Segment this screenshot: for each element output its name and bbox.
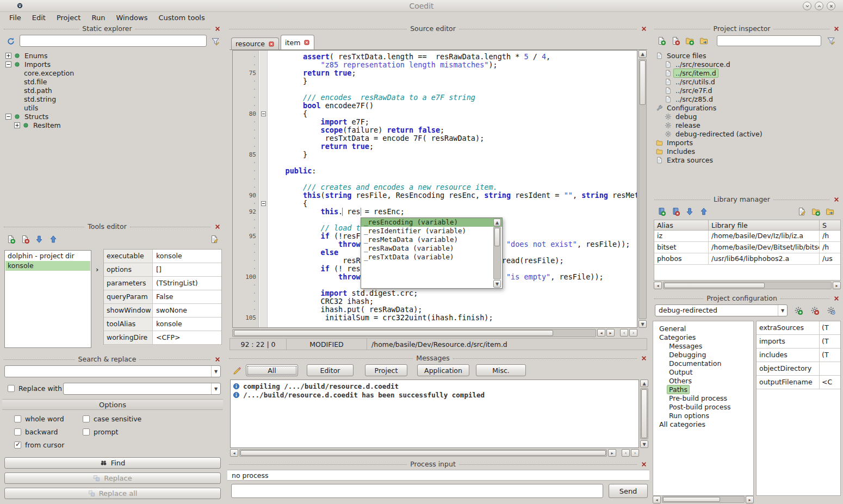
completion-scrollbar[interactable]: ▲ ▼ <box>493 219 501 288</box>
category-item[interactable]: Documentation <box>653 359 753 368</box>
code-text[interactable]: CRC32 ihash; <box>268 297 637 306</box>
close-panel-icon[interactable] <box>214 356 221 363</box>
symbol-item[interactable]: Structs <box>2 112 223 121</box>
scroll-down-icon[interactable]: ▼ <box>639 320 647 328</box>
filter-application[interactable]: Application <box>417 364 469 376</box>
library-row[interactable]: bitset/home/basile/Dev/Bitset/lib/bitse/… <box>654 242 840 253</box>
category-item[interactable]: Debugging <box>653 350 753 359</box>
folder-go-button[interactable] <box>823 205 836 218</box>
library-row[interactable]: phobos/usr/lib64/libphobos2.a/us <box>654 253 840 265</box>
doc-edit-button[interactable] <box>795 205 808 218</box>
project-node-item[interactable]: ../src/resource.d <box>653 60 842 69</box>
symbol-item[interactable]: Imports <box>2 60 223 69</box>
close-window-button[interactable] <box>827 2 835 10</box>
code-text[interactable]: { <box>268 110 637 118</box>
fold-icon[interactable] <box>261 110 266 118</box>
scroll-left-icon[interactable]: ◂ <box>653 496 661 503</box>
property-value[interactable]: (T <box>820 349 840 362</box>
code-text[interactable]: _initialSum = crc322uint(ihash.finish); <box>268 314 637 322</box>
code-text[interactable]: import e7F; <box>268 118 637 126</box>
scroll-right-icon[interactable]: ▸ <box>606 329 615 337</box>
message-row[interactable]: compiling /.../build/resource.d.coedit <box>231 382 639 390</box>
close-panel-icon[interactable] <box>640 354 648 362</box>
close-panel-icon[interactable] <box>214 25 221 33</box>
backward-checkbox[interactable] <box>14 428 21 435</box>
property-value[interactable]: konsole <box>153 250 221 263</box>
doc-add-button[interactable] <box>655 34 668 47</box>
folder-go-button[interactable] <box>697 34 710 47</box>
scroll-up-icon[interactable]: ▲ <box>640 379 648 387</box>
filter-button[interactable] <box>209 35 222 48</box>
project-node-item[interactable]: Source files <box>653 51 842 60</box>
completion-item[interactable]: _resTxtData (variable) <box>361 253 502 262</box>
menu-file[interactable]: File <box>4 13 26 22</box>
scroll-thumb[interactable] <box>663 497 720 502</box>
arrow-down-button[interactable] <box>683 205 696 218</box>
menu-custom-tools[interactable]: Custom tools <box>153 13 209 22</box>
scroll-down-icon[interactable]: ▼ <box>493 280 501 288</box>
symbol-item[interactable]: std.path <box>2 86 223 95</box>
replace-all-button[interactable]: Replace all <box>4 488 221 499</box>
category-item[interactable]: Run options <box>653 411 753 420</box>
code-text[interactable]: _resTxtData = encode_7F(_resRawData); <box>268 134 637 142</box>
doc-edit-button[interactable] <box>208 233 221 246</box>
from-cursor-checkbox[interactable] <box>14 441 21 449</box>
scroll-right-icon[interactable]: ▸ <box>746 496 754 503</box>
code-text[interactable]: public: <box>268 167 637 175</box>
project-node-item[interactable]: Extra sources <box>653 155 842 164</box>
scroll-left-icon[interactable]: ◂ <box>654 282 662 289</box>
code-text[interactable]: } <box>268 151 637 159</box>
expand-icon[interactable] <box>14 122 20 128</box>
filter-misc[interactable]: Misc. <box>476 364 526 376</box>
project-node-item[interactable]: ../src/e7F.d <box>653 86 842 95</box>
column-header[interactable]: Library file <box>709 220 820 230</box>
doc-remove-button[interactable] <box>669 34 682 47</box>
replace-with-checkbox[interactable] <box>8 385 15 392</box>
project-node-item[interactable]: ../src/utils.d <box>653 77 842 86</box>
property-value[interactable] <box>820 362 840 375</box>
completion-item[interactable]: _resRawData (variable) <box>361 244 502 253</box>
code-text[interactable]: "z85 representation length mismatches"); <box>268 61 637 69</box>
property-value[interactable]: (T <box>820 335 840 348</box>
collapse-icon[interactable] <box>5 114 11 120</box>
chevron-down-icon[interactable]: ▼ <box>211 383 220 394</box>
pencil-button[interactable] <box>231 364 244 377</box>
category-item[interactable]: Output <box>653 368 753 376</box>
project-node-item[interactable]: Imports <box>653 138 842 147</box>
property-value[interactable]: [] <box>153 263 221 276</box>
maximize-button[interactable] <box>815 2 823 10</box>
prompt-checkbox[interactable] <box>83 428 90 435</box>
code-text[interactable]: scope(failure) return false; <box>268 126 637 134</box>
symbol-item[interactable]: std.file <box>2 77 223 86</box>
code-text[interactable]: this._res = resEnc; <box>268 208 637 216</box>
arrow-down-button[interactable] <box>33 233 46 246</box>
messages-vertical-scrollbar[interactable]: ▲ ▼ <box>640 379 648 448</box>
config-horizontal-scrollbar[interactable]: ◂ ▸ <box>653 496 754 503</box>
filter-editor[interactable]: Editor <box>307 364 354 376</box>
gear-copy-button[interactable] <box>825 304 838 317</box>
code-text[interactable]: this(string resFile, ResEncoding resEnc,… <box>268 191 637 200</box>
arrow-up-button[interactable] <box>697 205 710 218</box>
scroll-thumb[interactable] <box>234 330 553 336</box>
tab-close-icon[interactable] <box>303 39 310 46</box>
column-header[interactable]: Alias <box>654 220 709 230</box>
fold-icon[interactable] <box>261 200 266 208</box>
scroll-right-icon[interactable]: ▸ <box>833 282 841 289</box>
message-row[interactable]: /.../build/resource.d.coedit has been su… <box>231 390 639 399</box>
folder-add-button[interactable] <box>809 205 822 218</box>
refresh-button[interactable] <box>4 35 17 48</box>
tool-list-item[interactable]: dolphin - project dir <box>5 251 90 261</box>
property-value[interactable]: (T <box>820 321 840 334</box>
arrow-up-button[interactable] <box>47 233 60 246</box>
filter-project[interactable]: Project <box>365 364 407 376</box>
code-text[interactable]: assert(_resTxtData.length == _resRawData… <box>268 53 637 61</box>
next-mark-icon[interactable]: › <box>629 329 637 337</box>
project-node-item[interactable]: debug-redirected (active) <box>653 129 842 138</box>
filter-all[interactable]: All <box>246 364 298 376</box>
close-panel-icon[interactable] <box>833 25 840 33</box>
folder-add-button[interactable] <box>683 34 696 47</box>
minimize-button[interactable] <box>803 2 811 10</box>
close-panel-icon[interactable] <box>833 196 840 203</box>
category-item[interactable]: Categories <box>653 333 753 341</box>
property-value[interactable]: False <box>153 290 221 303</box>
